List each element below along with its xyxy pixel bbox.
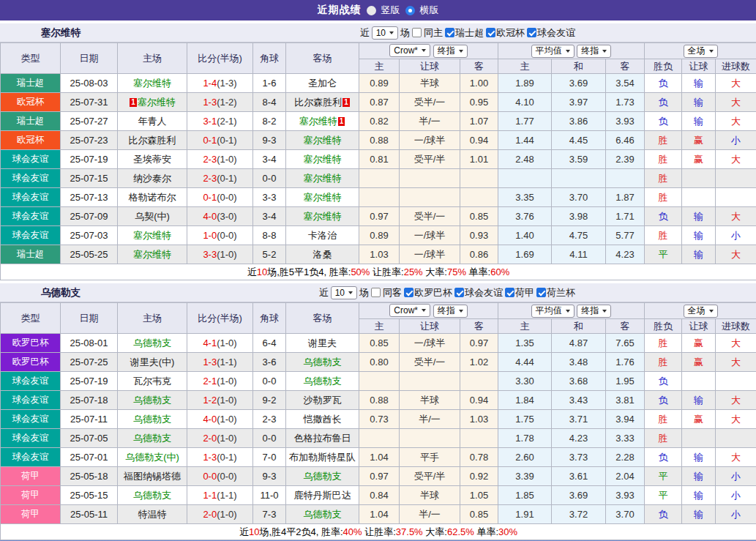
handicap-result-cell: 赢 [682, 150, 716, 169]
home-team-cell: 1塞尔维特 [118, 93, 187, 112]
match-count-select[interactable]: 10 [372, 26, 398, 40]
league-checkbox[interactable] [505, 288, 514, 297]
result-cell: 平 [645, 245, 682, 264]
match-row: 荷甲25-05-15乌德勒支1-1(1-1)11-0鹿特丹斯巴达0.84半球1.… [1, 486, 756, 505]
league-checkbox[interactable] [527, 28, 536, 37]
away-team-name: 谢里夫 [308, 337, 337, 348]
home-team-name: 乌德勒支 [133, 414, 171, 425]
same-venue-checkbox[interactable] [371, 288, 381, 297]
team-name: 乌德勒支 [41, 286, 81, 299]
horizontal-layout-radio[interactable] [405, 6, 415, 15]
avg-home-cell: 1.84 [498, 391, 552, 410]
league-checkbox-label: 荷兰杯 [547, 286, 575, 299]
league-checkbox[interactable] [445, 28, 454, 37]
home-team-cell: 纳沙泰尔 [118, 169, 187, 188]
away-team-name: 塞尔维特 [304, 135, 342, 146]
handicap-cell [400, 188, 460, 207]
league-checkbox[interactable] [536, 288, 546, 297]
handicap-result-cell: 输 [682, 391, 716, 410]
games-label: 场 [400, 26, 410, 40]
away-team-cell: 圣加仑 [286, 74, 359, 93]
result-cell: 平 [645, 486, 682, 505]
league-type-cell: 球会友谊 [1, 372, 61, 391]
vertical-layout-label[interactable]: 竖版 [381, 4, 400, 17]
summary-text: 近 [247, 266, 257, 277]
halftime-score: (1-1) [217, 490, 236, 501]
handicap-result-cell [682, 169, 716, 188]
league-type-cell: 荷甲 [1, 505, 61, 524]
summary-text: 大率: [423, 266, 447, 277]
avg-time-select[interactable]: 终指 [577, 45, 611, 58]
odds-company-select[interactable]: Crow* [389, 44, 430, 57]
record-summary: 近10场,胜5平1负4, 胜率:50% 让胜率:25% 大率:75% 单率:60… [1, 264, 756, 280]
avg-home-cell: 3.39 [498, 467, 552, 486]
horizontal-layout-label[interactable]: 横版 [420, 4, 439, 17]
odds-company-select[interactable]: Crow* [389, 304, 430, 317]
vertical-layout-radio[interactable] [367, 6, 376, 15]
match-date-cell: 25-07-25 [61, 353, 118, 372]
league-filters: 瑞士超欧冠杯球会友谊 [445, 26, 577, 40]
fulltime-score: 3-3 [203, 249, 217, 260]
away-team-cell: 恺撒酋长 [286, 410, 359, 429]
col-away: 客场 [286, 303, 359, 334]
summary-value: 10 [257, 266, 267, 277]
red-card-badge: 1 [130, 98, 137, 107]
away-team-cell: 塞尔维特 [286, 207, 359, 226]
handicap-result-cell: 输 [682, 112, 716, 131]
odds-time-select[interactable]: 终指 [433, 45, 468, 58]
handicap-result-cell: 输 [682, 207, 716, 226]
corner-cell: 3-4 [253, 207, 286, 226]
sub-col-handicap-result: 让球 [682, 319, 716, 334]
avg-away-cell: 4.23 [606, 245, 645, 264]
corner-cell: 8-4 [253, 93, 286, 112]
away-team-name: 乌德勒支 [304, 376, 342, 387]
col-type: 类型 [1, 43, 61, 74]
away-team-cell: 鹿特丹斯巴达 [286, 486, 359, 505]
home-team-name: 乌德勒支(中) [125, 452, 179, 463]
result-cell: 胜 [645, 410, 682, 429]
avg-home-cell [498, 169, 552, 188]
home-odds-cell: 0.87 [359, 93, 400, 112]
avg-home-cell: 1.44 [498, 131, 552, 150]
home-team-cell: 谢里夫(中) [118, 353, 187, 372]
same-venue-checkbox[interactable] [412, 28, 422, 37]
away-team-cell: 塞尔维特 [286, 131, 359, 150]
match-row: 球会友谊25-07-15纳沙泰尔2-3(0-1)0-0塞尔维特胜 [1, 169, 756, 188]
avg-away-cell: 3.94 [606, 410, 645, 429]
handicap-cell: 受半/一 [400, 353, 460, 372]
league-checkbox-label: 瑞士超 [455, 26, 484, 40]
odds-time-select[interactable]: 终指 [433, 305, 468, 318]
games-label: 场 [359, 286, 369, 299]
league-checkbox[interactable] [454, 288, 464, 297]
league-checkbox[interactable] [486, 28, 495, 37]
fulltime-score: 2-3 [203, 173, 217, 184]
avg-type-select[interactable]: 平均值 [531, 305, 575, 318]
league-checkbox[interactable] [404, 288, 413, 297]
fulltime-score: 1-1 [203, 490, 217, 501]
away-team-cell: 乌德勒支 [286, 505, 359, 524]
league-checkbox-label: 欧罗巴杯 [414, 286, 452, 299]
match-count-select[interactable]: 10 [331, 286, 357, 299]
match-row: 球会友谊25-07-19圣埃蒂安2-3(1-0)3-4塞尔维特0.81受平/半1… [1, 150, 756, 169]
avg-away-cell: 3.81 [606, 391, 645, 410]
avg-home-cell: 3.35 [498, 188, 552, 207]
fulltime-score: 1-3 [203, 357, 217, 367]
away-odds-cell [460, 372, 498, 391]
fulltime-score: 2-0 [203, 433, 217, 444]
score-cell: 4-1(1-0) [187, 334, 253, 353]
fulltime-score: 4-1 [203, 337, 217, 348]
handicap-cell: 半/一 [400, 112, 460, 131]
period-select[interactable]: 全场 [684, 45, 718, 58]
league-type-cell: 球会友谊 [1, 410, 61, 429]
period-select[interactable]: 全场 [684, 305, 718, 318]
avg-type-select[interactable]: 平均值 [531, 45, 575, 58]
avg-home-cell: 1.77 [498, 112, 552, 131]
avg-home-cell: 1.91 [498, 505, 552, 524]
home-team-name: 乌德勒支 [133, 490, 171, 501]
handicap-result-cell: 赢 [682, 131, 716, 150]
matches-body: 瑞士超25-08-03塞尔维特1-4(1-3)1-6圣加仑0.89半球1.001… [1, 74, 756, 264]
sub-col-avg-away: 客 [606, 59, 645, 74]
home-odds-cell: 0.89 [359, 226, 400, 245]
corner-cell: 1-6 [253, 74, 286, 93]
avg-time-select[interactable]: 终指 [577, 305, 611, 318]
